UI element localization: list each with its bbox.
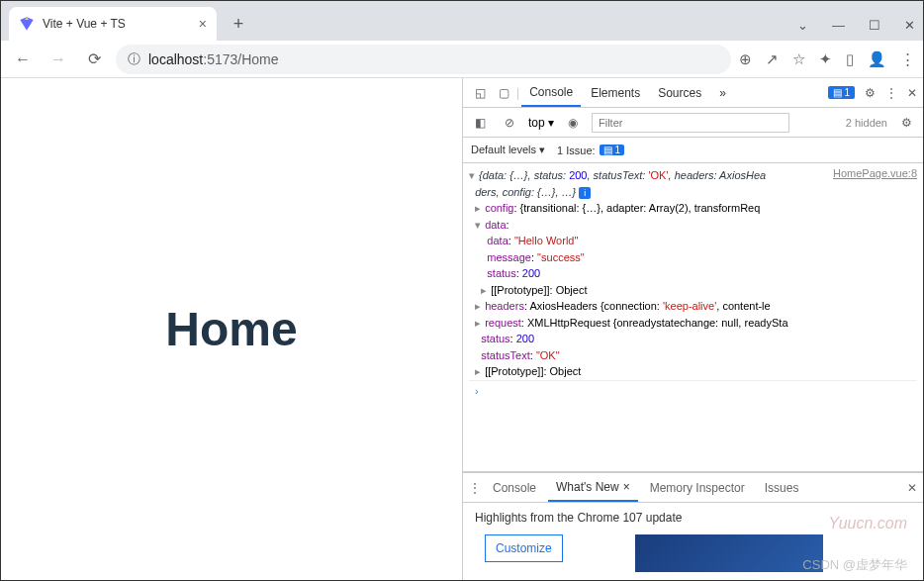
close-tab-icon[interactable]: × [199, 16, 207, 32]
maximize-icon[interactable]: ☐ [869, 18, 880, 33]
settings-icon[interactable]: ⚙ [865, 86, 876, 100]
drawer-tab-whatsnew[interactable]: What's New × [548, 474, 638, 502]
context-selector[interactable]: top ▾ [528, 116, 554, 130]
browser-tab[interactable]: Vite + Vue + TS × [9, 7, 217, 41]
live-expression-icon[interactable]: ◉ [562, 116, 584, 130]
messages-badge[interactable]: ▤ 1 [828, 86, 855, 99]
bookmark-icon[interactable]: ☆ [792, 50, 805, 68]
devtools-panel: ◱ ▢ | Console Elements Sources » ▤ 1 ⚙ ⋮… [462, 78, 923, 580]
reading-list-icon[interactable]: ▯ [846, 50, 854, 68]
addr-text: localhost:5173/Home [148, 51, 279, 67]
tabs-overflow[interactable]: » [711, 79, 734, 107]
profile-icon[interactable]: 👤 [868, 50, 886, 68]
content-area: Home ◱ ▢ | Console Elements Sources » ▤ … [1, 78, 923, 580]
close-devtools-icon[interactable]: ✕ [907, 86, 917, 100]
back-button[interactable]: ← [9, 46, 37, 73]
minimize-icon[interactable]: — [832, 18, 845, 33]
console-prompt[interactable]: › [469, 380, 917, 401]
close-icon[interactable]: × [623, 480, 630, 494]
drawer-menu-icon[interactable]: ⋮ [469, 481, 481, 495]
devtools-tabs: ◱ ▢ | Console Elements Sources » ▤ 1 ⚙ ⋮… [463, 78, 923, 108]
toolbar-actions: ⊕ ↗ ☆ ✦ ▯ 👤 ⋮ [739, 50, 915, 68]
customize-button[interactable]: Customize [485, 534, 563, 562]
forward-button[interactable]: → [45, 46, 72, 73]
drawer-tab-issues[interactable]: Issues [757, 474, 807, 502]
source-link[interactable]: HomePage.vue:8 [833, 167, 917, 179]
window-controls: ⌄ — ☐ ✕ [797, 9, 923, 41]
tab-title: Vite + Vue + TS [43, 17, 126, 31]
chevron-down-icon[interactable]: ⌄ [797, 18, 808, 33]
extensions-icon[interactable]: ✦ [819, 50, 832, 68]
filter-input[interactable] [592, 113, 789, 133]
close-icon[interactable]: ✕ [904, 18, 915, 33]
console-toolbar: ◧ ⊘ top ▾ ◉ 2 hidden ⚙ [463, 108, 923, 138]
tab-sources[interactable]: Sources [650, 79, 709, 107]
translate-icon[interactable]: ⊕ [739, 50, 752, 68]
vite-icon [19, 16, 35, 32]
levels-selector[interactable]: Default levels ▾ [471, 144, 545, 156]
page-viewport: Home [1, 78, 462, 580]
issues-chip[interactable]: 1 Issue: ▤ 1 [557, 145, 624, 156]
drawer-tab-console[interactable]: Console [485, 474, 544, 502]
reload-button[interactable]: ⟳ [80, 46, 108, 73]
info-icon[interactable]: i [579, 187, 591, 199]
new-tab-button[interactable]: + [225, 10, 252, 38]
close-drawer-icon[interactable]: ✕ [907, 481, 917, 495]
drawer-tab-memory[interactable]: Memory Inspector [642, 474, 753, 502]
hidden-count[interactable]: 2 hidden [846, 117, 887, 129]
share-icon[interactable]: ↗ [766, 50, 779, 68]
console-levels: Default levels ▾ 1 Issue: ▤ 1 [463, 138, 923, 163]
tab-elements[interactable]: Elements [583, 79, 648, 107]
tab-console[interactable]: Console [521, 79, 581, 107]
console-output[interactable]: HomePage.vue:8 ▾{data: {…}, status: 200,… [463, 163, 923, 471]
address-bar[interactable]: ⓘ localhost:5173/Home [116, 45, 731, 74]
browser-toolbar: ← → ⟳ ⓘ localhost:5173/Home ⊕ ↗ ☆ ✦ ▯ 👤 … [1, 41, 923, 78]
clear-console-icon[interactable]: ⊘ [499, 116, 520, 130]
device-toggle-icon[interactable]: ▢ [493, 86, 514, 100]
window-titlebar: Vite + Vue + TS × + ⌄ — ☐ ✕ [1, 1, 923, 41]
drawer-tabs: ⋮ Console What's New × Memory Inspector … [463, 473, 923, 503]
site-info-icon[interactable]: ⓘ [128, 50, 140, 68]
watermark: CSDN @虚梦年华 [802, 556, 907, 574]
menu-icon[interactable]: ⋮ [900, 50, 915, 68]
feature-banner [635, 534, 823, 572]
inspect-icon[interactable]: ◱ [469, 86, 491, 100]
console-settings-icon[interactable]: ⚙ [895, 116, 917, 130]
watermark: Yuucn.com [829, 515, 907, 533]
sidebar-toggle-icon[interactable]: ◧ [469, 116, 491, 130]
more-icon[interactable]: ⋮ [885, 86, 897, 100]
page-heading: Home [165, 302, 297, 356]
